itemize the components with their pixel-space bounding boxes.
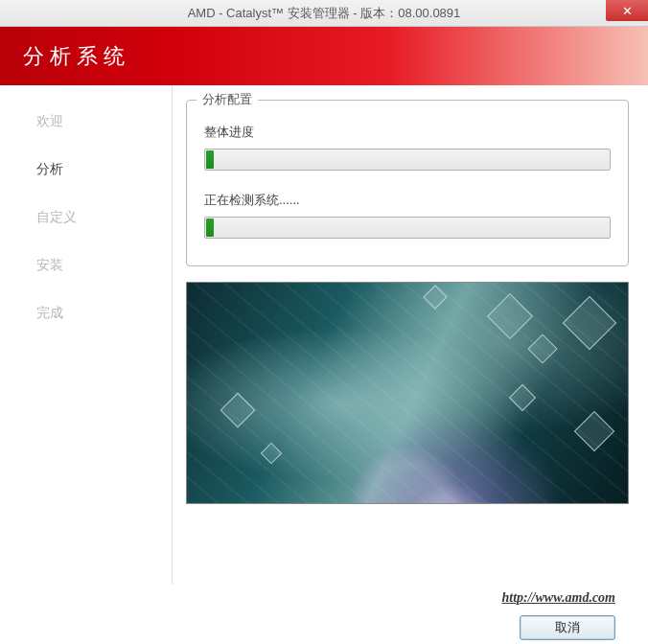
sidebar-step-install: 安装 (0, 247, 172, 284)
detect-progress-fill (206, 218, 214, 237)
overall-progress-fill (206, 150, 214, 169)
button-row: 取消 (0, 615, 615, 640)
sidebar-step-welcome: 欢迎 (0, 104, 172, 140)
overall-progress-bar (204, 149, 611, 171)
main-panel: 分析配置 整体进度 正在检测系统...... (173, 86, 648, 585)
header-banner: 分析系统 (0, 27, 648, 86)
overall-progress-label: 整体进度 (204, 124, 611, 141)
close-icon: ✕ (622, 4, 633, 18)
body: 欢迎 分析 自定义 安装 完成 分析配置 整体进度 正在检测系统...... (0, 86, 648, 585)
sidebar-step-analyze: 分析 (0, 151, 172, 188)
vendor-url[interactable]: http://www.amd.com (0, 590, 615, 615)
titlebar: AMD - Catalyst™ 安装管理器 - 版本：08.00.0891 ✕ (0, 0, 648, 27)
sidebar-step-finish: 完成 (0, 295, 172, 332)
detect-progress-label: 正在检测系统...... (204, 192, 611, 209)
group-title: 分析配置 (197, 91, 258, 108)
sidebar: 欢迎 分析 自定义 安装 完成 (0, 86, 173, 585)
window-title: AMD - Catalyst™ 安装管理器 - 版本：08.00.0891 (188, 5, 461, 22)
detect-progress-bar (204, 217, 611, 239)
page-title: 分析系统 (23, 42, 130, 71)
cancel-button[interactable]: 取消 (520, 615, 615, 640)
promo-image (186, 282, 629, 504)
analysis-group: 分析配置 整体进度 正在检测系统...... (186, 100, 629, 266)
footer: http://www.amd.com 取消 (0, 585, 648, 640)
sidebar-step-customize: 自定义 (0, 199, 172, 236)
close-button[interactable]: ✕ (606, 0, 648, 21)
